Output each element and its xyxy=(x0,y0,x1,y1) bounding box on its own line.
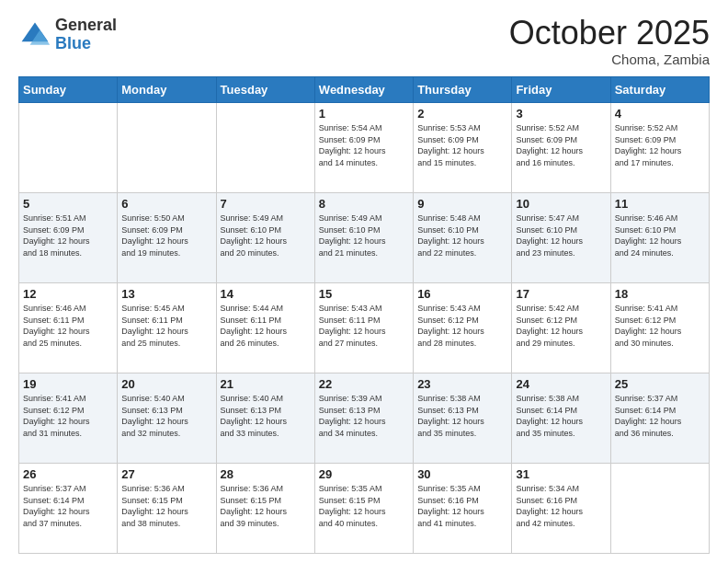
day-number: 25 xyxy=(615,377,705,391)
day-number: 15 xyxy=(319,287,409,301)
table-row: 1Sunrise: 5:54 AM Sunset: 6:09 PM Daylig… xyxy=(314,103,413,193)
table-row: 21Sunrise: 5:40 AM Sunset: 6:13 PM Dayli… xyxy=(216,373,314,464)
day-info: Sunrise: 5:46 AM Sunset: 6:11 PM Dayligh… xyxy=(23,303,113,349)
table-row: 3Sunrise: 5:52 AM Sunset: 6:09 PM Daylig… xyxy=(512,103,610,193)
table-row xyxy=(118,103,216,193)
day-number: 27 xyxy=(121,467,211,481)
day-number: 4 xyxy=(615,107,705,121)
day-info: Sunrise: 5:35 AM Sunset: 6:16 PM Dayligh… xyxy=(417,483,507,529)
table-row: 13Sunrise: 5:45 AM Sunset: 6:11 PM Dayli… xyxy=(118,283,216,373)
day-info: Sunrise: 5:50 AM Sunset: 6:09 PM Dayligh… xyxy=(121,213,211,259)
table-row: 20Sunrise: 5:40 AM Sunset: 6:13 PM Dayli… xyxy=(118,373,216,464)
table-row: 8Sunrise: 5:49 AM Sunset: 6:10 PM Daylig… xyxy=(314,193,413,283)
day-info: Sunrise: 5:52 AM Sunset: 6:09 PM Dayligh… xyxy=(615,122,705,168)
month-title: October 2025 xyxy=(509,17,710,50)
day-info: Sunrise: 5:42 AM Sunset: 6:12 PM Dayligh… xyxy=(516,303,606,349)
location: Choma, Zambia xyxy=(509,52,710,67)
day-number: 26 xyxy=(23,467,113,481)
day-info: Sunrise: 5:35 AM Sunset: 6:15 PM Dayligh… xyxy=(319,483,409,529)
day-info: Sunrise: 5:45 AM Sunset: 6:11 PM Dayligh… xyxy=(121,303,211,349)
day-info: Sunrise: 5:43 AM Sunset: 6:11 PM Dayligh… xyxy=(319,303,409,349)
table-row: 6Sunrise: 5:50 AM Sunset: 6:09 PM Daylig… xyxy=(118,193,216,283)
day-number: 11 xyxy=(615,197,705,211)
table-row: 16Sunrise: 5:43 AM Sunset: 6:12 PM Dayli… xyxy=(414,283,512,373)
day-number: 5 xyxy=(23,197,113,211)
table-row: 23Sunrise: 5:38 AM Sunset: 6:13 PM Dayli… xyxy=(414,373,512,464)
table-row: 9Sunrise: 5:48 AM Sunset: 6:10 PM Daylig… xyxy=(414,193,512,283)
day-info: Sunrise: 5:48 AM Sunset: 6:10 PM Dayligh… xyxy=(417,213,507,259)
day-info: Sunrise: 5:44 AM Sunset: 6:11 PM Dayligh… xyxy=(221,303,311,349)
day-info: Sunrise: 5:40 AM Sunset: 6:13 PM Dayligh… xyxy=(121,393,211,439)
title-block: October 2025 Choma, Zambia xyxy=(509,17,710,67)
table-row xyxy=(19,103,118,193)
col-sunday: Sunday xyxy=(19,77,118,103)
col-friday: Friday xyxy=(512,77,610,103)
table-row xyxy=(610,464,709,554)
logo-icon xyxy=(18,18,51,52)
day-info: Sunrise: 5:49 AM Sunset: 6:10 PM Dayligh… xyxy=(221,213,311,259)
day-number: 1 xyxy=(319,107,409,121)
day-info: Sunrise: 5:41 AM Sunset: 6:12 PM Dayligh… xyxy=(615,303,705,349)
day-number: 16 xyxy=(417,287,507,301)
table-row: 14Sunrise: 5:44 AM Sunset: 6:11 PM Dayli… xyxy=(216,283,314,373)
day-number: 24 xyxy=(516,377,606,391)
day-number: 12 xyxy=(23,287,113,301)
page: General Blue October 2025 Choma, Zambia … xyxy=(0,0,728,563)
day-info: Sunrise: 5:41 AM Sunset: 6:12 PM Dayligh… xyxy=(23,393,113,439)
day-info: Sunrise: 5:52 AM Sunset: 6:09 PM Dayligh… xyxy=(516,122,606,168)
day-number: 23 xyxy=(417,377,507,391)
day-info: Sunrise: 5:43 AM Sunset: 6:12 PM Dayligh… xyxy=(417,303,507,349)
col-wednesday: Wednesday xyxy=(314,77,413,103)
day-number: 21 xyxy=(221,377,311,391)
header: General Blue October 2025 Choma, Zambia xyxy=(18,17,710,67)
day-number: 10 xyxy=(516,197,606,211)
calendar-table: Sunday Monday Tuesday Wednesday Thursday… xyxy=(18,76,710,554)
week-row-5: 26Sunrise: 5:37 AM Sunset: 6:14 PM Dayli… xyxy=(19,464,710,554)
day-number: 2 xyxy=(417,107,507,121)
table-row xyxy=(216,103,314,193)
table-row: 19Sunrise: 5:41 AM Sunset: 6:12 PM Dayli… xyxy=(19,373,118,464)
table-row: 30Sunrise: 5:35 AM Sunset: 6:16 PM Dayli… xyxy=(414,464,512,554)
day-info: Sunrise: 5:54 AM Sunset: 6:09 PM Dayligh… xyxy=(319,122,409,168)
table-row: 5Sunrise: 5:51 AM Sunset: 6:09 PM Daylig… xyxy=(19,193,118,283)
col-tuesday: Tuesday xyxy=(216,77,314,103)
table-row: 12Sunrise: 5:46 AM Sunset: 6:11 PM Dayli… xyxy=(19,283,118,373)
table-row: 18Sunrise: 5:41 AM Sunset: 6:12 PM Dayli… xyxy=(610,283,709,373)
day-number: 14 xyxy=(221,287,311,301)
day-info: Sunrise: 5:49 AM Sunset: 6:10 PM Dayligh… xyxy=(319,213,409,259)
day-info: Sunrise: 5:47 AM Sunset: 6:10 PM Dayligh… xyxy=(516,213,606,259)
day-number: 30 xyxy=(417,467,507,481)
table-row: 26Sunrise: 5:37 AM Sunset: 6:14 PM Dayli… xyxy=(19,464,118,554)
col-monday: Monday xyxy=(118,77,216,103)
day-info: Sunrise: 5:36 AM Sunset: 6:15 PM Dayligh… xyxy=(221,483,311,529)
table-row: 29Sunrise: 5:35 AM Sunset: 6:15 PM Dayli… xyxy=(314,464,413,554)
week-row-1: 1Sunrise: 5:54 AM Sunset: 6:09 PM Daylig… xyxy=(19,103,710,193)
table-row: 2Sunrise: 5:53 AM Sunset: 6:09 PM Daylig… xyxy=(414,103,512,193)
col-thursday: Thursday xyxy=(414,77,512,103)
day-info: Sunrise: 5:46 AM Sunset: 6:10 PM Dayligh… xyxy=(615,213,705,259)
day-info: Sunrise: 5:37 AM Sunset: 6:14 PM Dayligh… xyxy=(23,483,113,529)
table-row: 7Sunrise: 5:49 AM Sunset: 6:10 PM Daylig… xyxy=(216,193,314,283)
logo: General Blue xyxy=(18,17,117,53)
logo-text: General Blue xyxy=(55,17,117,53)
table-row: 27Sunrise: 5:36 AM Sunset: 6:15 PM Dayli… xyxy=(118,464,216,554)
table-row: 4Sunrise: 5:52 AM Sunset: 6:09 PM Daylig… xyxy=(610,103,709,193)
table-row: 15Sunrise: 5:43 AM Sunset: 6:11 PM Dayli… xyxy=(314,283,413,373)
week-row-2: 5Sunrise: 5:51 AM Sunset: 6:09 PM Daylig… xyxy=(19,193,710,283)
week-row-3: 12Sunrise: 5:46 AM Sunset: 6:11 PM Dayli… xyxy=(19,283,710,373)
table-row: 31Sunrise: 5:34 AM Sunset: 6:16 PM Dayli… xyxy=(512,464,610,554)
day-info: Sunrise: 5:53 AM Sunset: 6:09 PM Dayligh… xyxy=(417,122,507,168)
table-row: 25Sunrise: 5:37 AM Sunset: 6:14 PM Dayli… xyxy=(610,373,709,464)
table-row: 22Sunrise: 5:39 AM Sunset: 6:13 PM Dayli… xyxy=(314,373,413,464)
day-info: Sunrise: 5:37 AM Sunset: 6:14 PM Dayligh… xyxy=(615,393,705,439)
day-info: Sunrise: 5:51 AM Sunset: 6:09 PM Dayligh… xyxy=(23,213,113,259)
day-number: 8 xyxy=(319,197,409,211)
day-number: 22 xyxy=(319,377,409,391)
day-number: 17 xyxy=(516,287,606,301)
day-number: 29 xyxy=(319,467,409,481)
day-number: 18 xyxy=(615,287,705,301)
day-info: Sunrise: 5:36 AM Sunset: 6:15 PM Dayligh… xyxy=(121,483,211,529)
day-number: 13 xyxy=(121,287,211,301)
day-info: Sunrise: 5:39 AM Sunset: 6:13 PM Dayligh… xyxy=(319,393,409,439)
logo-general-text: General xyxy=(55,17,117,35)
